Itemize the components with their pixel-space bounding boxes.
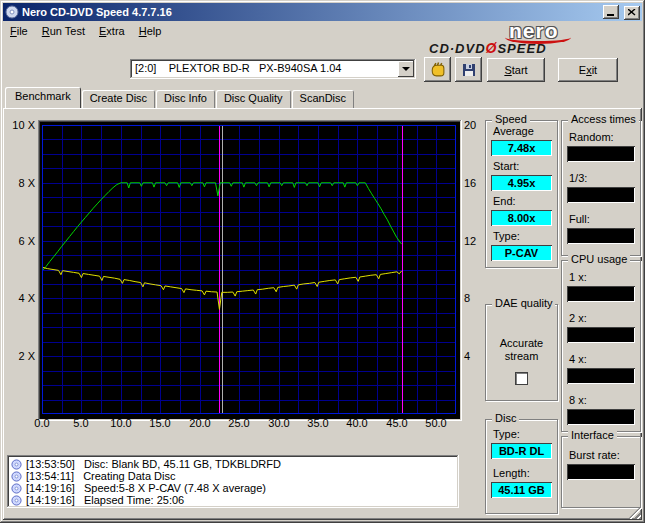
disc-length-value: 45.11 GB [491, 482, 552, 498]
cpu-usage-panel: CPU usage 1 x: 2 x: 4 x: 8 x: [561, 260, 641, 432]
cpu-2x-label: 2 x: [569, 312, 634, 325]
cpu-4x-value-box [567, 368, 635, 384]
burst-rate-value-box [567, 464, 635, 480]
log-text: Creating Data Disc [83, 470, 175, 482]
disc-panel-title: Disc [492, 412, 519, 425]
nero-logo: nero CD·DVDØSPEED [427, 23, 639, 56]
menu-item-help[interactable]: Help [132, 23, 169, 39]
transfer-rate-plot [42, 125, 456, 414]
cpu-1x-label: 1 x: [569, 271, 634, 284]
tab-bar: BenchmarkCreate DiscDisc InfoDisc Qualit… [5, 87, 355, 108]
disc-icon [11, 459, 22, 470]
log-panel[interactable]: [13:53:50] Disc: Blank BD, 45.11 GB, TDK… [7, 455, 459, 508]
log-text: Disc: Blank BD, 45.11 GB, TDKBLDRFD [84, 458, 281, 470]
log-entry: [14:19:16] Elapsed Time: 25:06 [11, 494, 455, 506]
benchmark-chart [38, 120, 462, 421]
disc-panel: Disc Type: BD-R DL Length: 45.11 GB [485, 419, 558, 514]
product-name: CD·DVDØSPEED [429, 40, 641, 56]
full-label: Full: [569, 213, 634, 226]
slash-zero-icon: Ø [486, 40, 498, 56]
log-time: [13:53:50] [26, 458, 75, 470]
type-value: P-CAV [491, 245, 552, 261]
y-axis-left-label: 8 X [3, 177, 35, 189]
window-buttons [601, 5, 640, 20]
app-window: Nero CD-DVD Speed 4.7.7.16 File Run Test… [0, 0, 645, 523]
disc-length-label: Length: [493, 467, 551, 480]
access-times-panel: Access times Random: 1/3: Full: [561, 120, 641, 256]
drive-select[interactable]: [2:0] PLEXTOR BD-R PX-B940SA 1.04 [130, 59, 416, 79]
log-entry: [13:54:11] Creating Data Disc [11, 470, 455, 482]
random-label: Random: [569, 131, 634, 144]
speed-panel-title: Speed [492, 113, 530, 126]
log-entry: [14:19:16] Speed:5-8 X P-CAV (7.48 X ave… [11, 482, 455, 494]
close-button[interactable] [624, 6, 640, 20]
interface-panel-title: Interface [568, 429, 617, 442]
disc-icon [11, 495, 22, 506]
dae-quality-title: DAE quality [492, 297, 555, 310]
menu-item-extra[interactable]: Extra [92, 23, 132, 39]
disc-icon [11, 471, 22, 482]
cpu-1x-value-box [567, 286, 635, 302]
options-button[interactable] [424, 57, 451, 82]
log-time: [13:54:11] [26, 470, 74, 482]
interface-panel: Interface Burst rate: [561, 436, 641, 508]
minimize-icon [607, 14, 614, 16]
log-entry: [13:53:50] Disc: Blank BD, 45.11 GB, TDK… [11, 458, 455, 470]
start-value: 4.95x [491, 175, 552, 191]
start-button[interactable]: Start [487, 58, 545, 82]
tab-benchmark[interactable]: Benchmark [5, 87, 81, 108]
y-axis-left-label: 2 X [3, 350, 35, 362]
accurate-stream-label: Accurate stream [486, 337, 557, 363]
y-axis-left-label: 6 X [3, 235, 35, 247]
burst-rate-label: Burst rate: [569, 449, 634, 462]
access-times-title: Access times [568, 113, 639, 126]
save-screenshot-button[interactable] [455, 57, 482, 82]
cpu-usage-title: CPU usage [568, 253, 630, 266]
tab-create-disc[interactable]: Create Disc [82, 90, 155, 108]
log-time: [14:19:16] [26, 482, 75, 494]
disc-icon [11, 483, 22, 494]
start-label: Start: [493, 160, 551, 173]
random-value-box [567, 146, 635, 162]
hand-icon [429, 61, 446, 78]
one-third-value-box [567, 187, 635, 203]
full-value-box [567, 228, 635, 244]
app-icon-disc [5, 5, 19, 19]
chevron-down-icon [402, 67, 410, 75]
tab-scandisc[interactable]: ScanDisc [292, 90, 354, 108]
y-axis-left-label: 4 X [3, 292, 35, 304]
speed-panel: Speed Average 7.48x Start: 4.95x End: 8.… [485, 120, 558, 268]
minimize-button[interactable] [603, 5, 619, 19]
cpu-4x-label: 4 x: [569, 353, 634, 366]
tab-disc-quality[interactable]: Disc Quality [216, 90, 291, 108]
type-label: Type: [493, 230, 551, 243]
y-axis-left-label: 10 X [3, 119, 35, 131]
log-text: Speed:5-8 X P-CAV (7.48 X average) [84, 482, 266, 494]
tab-disc-info[interactable]: Disc Info [156, 90, 215, 108]
end-value: 8.00x [491, 210, 552, 226]
cpu-2x-value-box [567, 327, 635, 343]
average-value: 7.48x [491, 140, 552, 156]
drive-select-value: [2:0] PLEXTOR BD-R PX-B940SA 1.04 [135, 62, 341, 74]
disc-type-value: BD-R DL [491, 443, 552, 459]
menu-item-file[interactable]: File [3, 23, 35, 39]
exit-button[interactable]: Exit [558, 58, 618, 82]
cpu-8x-value-box [567, 409, 635, 425]
benchmark-tab-page: 10 X208 X166 X124 X82 X40.05.010.015.020… [3, 108, 642, 520]
dae-quality-panel: DAE quality Accurate stream [485, 304, 558, 401]
log-text: Elapsed Time: 25:06 [84, 494, 184, 506]
end-label: End: [493, 195, 551, 208]
cpu-8x-label: 8 x: [569, 394, 634, 407]
log-time: [14:19:16] [26, 494, 75, 506]
accurate-stream-checkbox[interactable] [515, 372, 528, 385]
disc-type-label: Type: [493, 428, 551, 441]
y-axis-right-label: 8 [464, 292, 490, 304]
average-label: Average [493, 125, 551, 138]
window-title: Nero CD-DVD Speed 4.7.7.16 [22, 6, 601, 18]
menu-item-run-test[interactable]: Run Test [35, 23, 92, 39]
menu-bar: File Run Test Extra Help [3, 22, 425, 40]
one-third-label: 1/3: [569, 172, 634, 185]
close-icon [628, 9, 636, 16]
drive-select-arrow[interactable] [398, 61, 414, 77]
floppy-save-icon [461, 62, 477, 78]
